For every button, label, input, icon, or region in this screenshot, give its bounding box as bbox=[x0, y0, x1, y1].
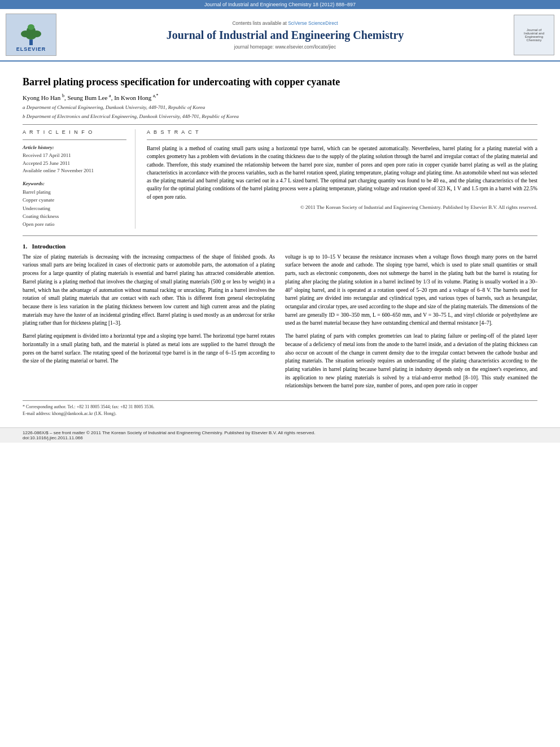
abstract-column: A B S T R A C T Barrel plating is a meth… bbox=[147, 129, 537, 228]
sciverse-link[interactable]: SciVerse ScienceDirect bbox=[288, 20, 338, 26]
svg-rect-0 bbox=[29, 40, 33, 45]
journal-citation-text: Journal of Industrial and Engineering Ch… bbox=[204, 2, 356, 7]
article-info-abstract: A R T I C L E I N F O Article history: R… bbox=[23, 129, 537, 228]
keywords-label: Keywords: bbox=[23, 181, 126, 186]
svg-point-5 bbox=[32, 30, 41, 37]
keywords-section: Keywords: Barrel plating Copper cyanate … bbox=[23, 181, 126, 229]
footer-issn: 1226-086X/$ – see front matter © 2011 Th… bbox=[23, 430, 537, 435]
footer-doi: doi:10.1016/j.jiec.2011.11.066 bbox=[23, 435, 537, 440]
keyword-3: Undercoating bbox=[23, 204, 126, 212]
copyright-text: © 2011 The Korean Society of Industrial … bbox=[147, 204, 537, 210]
article-info-column: A R T I C L E I N F O Article history: R… bbox=[23, 129, 135, 228]
journal-title: Journal of Industrial and Engineering Ch… bbox=[62, 28, 508, 42]
journal-center-info: Contents lists available at SciVerse Sci… bbox=[56, 20, 514, 50]
keyword-2: Copper cyanate bbox=[23, 196, 126, 204]
journal-citation-bar: Journal of Industrial and Engineering Ch… bbox=[0, 0, 560, 9]
body-para-1: The size of plating materials is decreas… bbox=[23, 253, 275, 327]
divider-2 bbox=[23, 235, 537, 236]
journal-header: ELSEVIER Contents lists available at Sci… bbox=[0, 9, 560, 62]
divider-abstract bbox=[147, 139, 537, 140]
article-title: Barrel plating process specification for… bbox=[23, 76, 537, 89]
section1-number: 1. bbox=[23, 243, 27, 250]
footnote-corresponding: * Corresponding author. Tel.: +82 31 800… bbox=[23, 404, 537, 410]
affiliation-b: b Department of Electronics and Electric… bbox=[23, 113, 537, 120]
journal-cover-thumbnail: Journal ofIndustrial andEngineeringChemi… bbox=[514, 15, 554, 55]
body-para-2: Barrel plating equipment is divided into… bbox=[23, 332, 275, 365]
abstract-text: Barrel plating is a method of coating sm… bbox=[147, 145, 537, 201]
abstract-label: A B S T R A C T bbox=[147, 129, 537, 135]
journal-url: journal homepage: www.elsevier.com/locat… bbox=[62, 44, 508, 50]
elsevier-text: ELSEVIER bbox=[16, 46, 46, 52]
svg-point-4 bbox=[21, 30, 30, 37]
received-date: Received 17 April 2011 bbox=[23, 152, 126, 160]
history-label: Article history: bbox=[23, 145, 126, 150]
elsevier-logo: ELSEVIER bbox=[6, 14, 56, 56]
section1-title: Introduction bbox=[32, 243, 66, 250]
footnotes-section: * Corresponding author. Tel.: +82 31 800… bbox=[23, 400, 537, 417]
divider-1 bbox=[23, 124, 537, 125]
body-para-4: The barrel plating of parts with complex… bbox=[285, 332, 537, 390]
body-content: 1. Introduction The size of plating mate… bbox=[23, 243, 537, 395]
article-info-label: A R T I C L E I N F O bbox=[23, 129, 126, 135]
body-col-right: voltage is up to 10–15 V because the res… bbox=[285, 253, 537, 395]
affiliation-a: a Department of Chemical Engineering, Da… bbox=[23, 104, 537, 111]
footnote-email: E-mail address: khong@dankook.ac.kr (I.K… bbox=[23, 410, 537, 417]
main-content: Barrel plating process specification for… bbox=[0, 62, 560, 423]
body-two-col: The size of plating materials is decreas… bbox=[23, 253, 537, 395]
keyword-4: Coating thickness bbox=[23, 212, 126, 220]
bottom-footer: 1226-086X/$ – see front matter © 2011 Th… bbox=[0, 427, 560, 443]
authors-line: Kyong Ho Han b, Seung Bum Lee a, In Kwon… bbox=[23, 93, 537, 101]
body-col-left: The size of plating materials is decreas… bbox=[23, 253, 275, 395]
svg-point-3 bbox=[28, 24, 34, 30]
keyword-1: Barrel plating bbox=[23, 188, 126, 196]
accepted-date: Accepted 25 June 2011 bbox=[23, 160, 126, 168]
contents-line: Contents lists available at SciVerse Sci… bbox=[62, 20, 508, 26]
keyword-5: Open pore ratio bbox=[23, 220, 126, 228]
body-para-3: voltage is up to 10–15 V because the res… bbox=[285, 253, 537, 327]
section1-heading: 1. Introduction bbox=[23, 243, 537, 250]
available-date: Available online 7 November 2011 bbox=[23, 167, 126, 175]
divider-info bbox=[23, 139, 126, 140]
